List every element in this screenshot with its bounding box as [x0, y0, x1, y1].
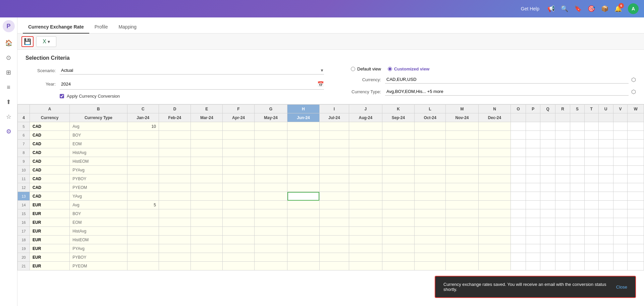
data-cell-feb[interactable] [159, 201, 191, 209]
data-cell-aug[interactable] [349, 262, 382, 270]
data-cell-aug[interactable] [349, 209, 382, 218]
empty-cell[interactable] [511, 166, 526, 174]
data-cell-sep[interactable] [382, 192, 414, 201]
currency-cell[interactable]: EUR [30, 236, 70, 244]
empty-cell[interactable] [584, 227, 598, 236]
data-cell-mar[interactable] [191, 140, 223, 148]
data-cell-jul[interactable] [319, 131, 349, 140]
currency-external-link-icon[interactable]: ⬡ [631, 76, 636, 83]
data-cell-jul[interactable] [319, 218, 349, 227]
save-button[interactable]: 💾 [21, 36, 34, 47]
data-cell-jul[interactable] [319, 166, 349, 174]
currency-type-cell[interactable]: Avg [70, 122, 127, 131]
empty-cell[interactable] [570, 140, 585, 148]
empty-cell[interactable] [526, 236, 540, 244]
data-cell-may[interactable] [254, 244, 287, 253]
data-cell-apr[interactable] [223, 148, 254, 157]
empty-cell[interactable] [540, 236, 555, 244]
data-cell-dec[interactable] [478, 157, 511, 166]
data-cell-oct[interactable] [415, 253, 446, 262]
data-cell-mar[interactable] [191, 183, 223, 192]
currency-cell[interactable]: EUR [30, 227, 70, 236]
data-cell-apr[interactable] [223, 227, 254, 236]
currency-type-cell[interactable]: PYBOY [70, 253, 127, 262]
currency-type-cell[interactable]: PYEOM [70, 262, 127, 270]
empty-cell[interactable] [540, 183, 555, 192]
data-cell-mar[interactable] [191, 166, 223, 174]
data-cell-nov[interactable] [446, 244, 479, 253]
empty-cell[interactable] [526, 262, 540, 270]
empty-cell[interactable] [555, 201, 570, 209]
data-cell-may[interactable] [254, 131, 287, 140]
data-cell-mar[interactable] [191, 253, 223, 262]
empty-cell[interactable] [555, 122, 570, 131]
data-cell-jun[interactable] [287, 183, 319, 192]
empty-cell[interactable] [555, 148, 570, 157]
empty-cell[interactable] [613, 157, 628, 166]
data-cell-mar[interactable] [191, 262, 223, 270]
data-cell-jul[interactable] [319, 148, 349, 157]
empty-cell[interactable] [540, 174, 555, 183]
data-cell-feb[interactable] [159, 227, 191, 236]
data-cell-feb[interactable] [159, 140, 191, 148]
data-cell-may[interactable] [254, 253, 287, 262]
scenario-select[interactable]: Actual [60, 66, 320, 74]
data-cell-may[interactable] [254, 148, 287, 157]
data-cell-may[interactable] [254, 122, 287, 131]
data-cell-apr[interactable] [223, 236, 254, 244]
data-cell-apr[interactable] [223, 166, 254, 174]
data-cell-oct[interactable] [415, 183, 446, 192]
empty-cell[interactable] [555, 140, 570, 148]
data-cell-dec[interactable] [478, 183, 511, 192]
empty-cell[interactable] [584, 236, 598, 244]
empty-cell[interactable] [511, 244, 526, 253]
empty-cell[interactable] [540, 166, 555, 174]
empty-cell[interactable] [526, 192, 540, 201]
empty-cell[interactable] [570, 218, 585, 227]
data-cell-jun[interactable] [287, 148, 319, 157]
empty-cell[interactable] [598, 140, 613, 148]
data-cell-dec[interactable] [478, 227, 511, 236]
data-cell-aug[interactable] [349, 253, 382, 262]
data-cell-nov[interactable] [446, 218, 479, 227]
data-cell-feb[interactable] [159, 236, 191, 244]
data-cell-mar[interactable] [191, 157, 223, 166]
empty-cell[interactable] [584, 140, 598, 148]
excel-button[interactable]: X ▾ [36, 36, 56, 47]
data-cell-may[interactable] [254, 227, 287, 236]
data-cell-apr[interactable] [223, 201, 254, 209]
data-cell-dec[interactable] [478, 192, 511, 201]
empty-cell[interactable] [584, 218, 598, 227]
data-cell-jul[interactable] [319, 253, 349, 262]
data-cell-jan[interactable] [127, 131, 159, 140]
currency-cell[interactable]: CAD [30, 157, 70, 166]
empty-cell[interactable] [511, 140, 526, 148]
data-cell-jun[interactable] [287, 140, 319, 148]
currency-type-cell[interactable]: EOM [70, 218, 127, 227]
currency-cell[interactable]: CAD [30, 131, 70, 140]
empty-cell[interactable] [526, 183, 540, 192]
empty-cell[interactable] [511, 218, 526, 227]
data-cell-dec[interactable] [478, 236, 511, 244]
currency-cell[interactable]: CAD [30, 140, 70, 148]
crosshair-icon[interactable]: 🎯 [588, 5, 595, 12]
data-cell-jun[interactable] [287, 244, 319, 253]
currency-type-cell[interactable]: EOM [70, 140, 127, 148]
empty-cell[interactable] [511, 192, 526, 201]
sidebar-item-target[interactable]: ⊙ [2, 51, 15, 64]
data-cell-apr[interactable] [223, 140, 254, 148]
data-cell-nov[interactable] [446, 122, 479, 131]
data-cell-mar[interactable] [191, 244, 223, 253]
data-cell-may[interactable] [254, 262, 287, 270]
data-cell-apr[interactable] [223, 192, 254, 201]
empty-cell[interactable] [628, 201, 644, 209]
data-cell-jan[interactable] [127, 174, 159, 183]
empty-cell[interactable] [570, 148, 585, 157]
data-cell-mar[interactable] [191, 209, 223, 218]
empty-cell[interactable] [613, 140, 628, 148]
empty-cell[interactable] [555, 183, 570, 192]
currency-cell[interactable]: CAD [30, 166, 70, 174]
data-cell-feb[interactable] [159, 192, 191, 201]
data-cell-feb[interactable] [159, 183, 191, 192]
empty-cell[interactable] [511, 148, 526, 157]
